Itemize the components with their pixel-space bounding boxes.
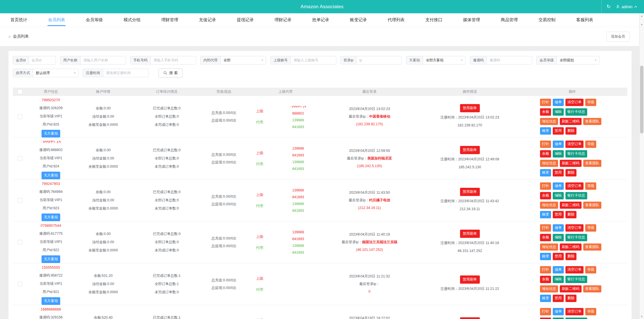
action-button-查看团队[interactable]: 查看团队 xyxy=(583,118,601,125)
action-button-禁用[interactable]: 禁用 xyxy=(553,127,564,135)
action-button-刷新二维码[interactable]: 刷新二维码 xyxy=(560,160,582,167)
add-member-button[interactable]: 添加会员 xyxy=(606,32,630,42)
action-button-禁用[interactable]: 禁用 xyxy=(553,169,564,176)
action-button-做单[interactable]: 做单 xyxy=(553,182,564,190)
action-button-余额[interactable]: 余额 xyxy=(540,318,551,319)
action-button-禁用[interactable]: 禁用 xyxy=(553,295,564,302)
手机号码-input[interactable] xyxy=(151,56,196,64)
nav-tab-7[interactable]: 提现记录 xyxy=(226,13,264,27)
会员id-input[interactable] xyxy=(29,56,56,64)
action-button-刷新二维码[interactable]: 刷新二维码 xyxy=(560,118,582,125)
action-button-打针[interactable]: 打针 xyxy=(540,224,551,232)
nav-tab-3[interactable]: 会员等级 xyxy=(75,13,113,27)
action-button-做单[interactable]: 做单 xyxy=(553,99,564,106)
action-button-删除[interactable]: 删除 xyxy=(565,253,576,260)
action-button-编辑[interactable]: 编辑 xyxy=(553,192,564,199)
action-button-等级[interactable]: 等级 xyxy=(585,266,596,273)
action-button-刷新二维码[interactable]: 刷新二维码 xyxy=(560,285,582,293)
action-button-编辑[interactable]: 编辑 xyxy=(553,318,564,319)
nav-tab-4[interactable]: 模式分组 xyxy=(113,13,151,27)
action-button-地址信息[interactable]: 地址信息 xyxy=(540,243,558,251)
nav-tab-10[interactable]: 账变记录 xyxy=(340,13,378,27)
user-menu[interactable]: admin xyxy=(616,5,637,9)
action-button-刷新二维码[interactable]: 刷新二维码 xyxy=(560,243,582,251)
action-button-编辑[interactable]: 编辑 xyxy=(553,234,564,241)
action-button-等级[interactable]: 等级 xyxy=(585,224,596,232)
action-button-银行卡信息[interactable]: 银行卡信息 xyxy=(565,108,587,116)
action-button-打针[interactable]: 打针 xyxy=(540,266,551,273)
action-button-刷新二维码[interactable]: 刷新二维码 xyxy=(560,202,582,209)
action-button-清空订单[interactable]: 清空订单 xyxy=(565,224,584,232)
scroll-down-icon[interactable]: ▼ xyxy=(639,22,644,27)
row-checkbox[interactable] xyxy=(18,156,22,161)
action-button-清空订单[interactable]: 清空订单 xyxy=(565,99,584,106)
邀请码-input[interactable] xyxy=(487,56,532,64)
row-checkbox[interactable] xyxy=(18,198,22,203)
action-button-打针[interactable]: 打针 xyxy=(540,99,551,106)
action-button-银行卡信息[interactable]: 银行卡信息 xyxy=(565,150,587,158)
row-checkbox[interactable] xyxy=(18,282,22,286)
用户名称-input[interactable] xyxy=(81,56,126,64)
nav-tab-12[interactable]: 支付接口 xyxy=(415,13,453,27)
排序方式-select[interactable]: 默认排序▼ xyxy=(33,69,78,77)
action-button-等级[interactable]: 等级 xyxy=(585,308,596,315)
nav-tab-15[interactable]: 交易控制 xyxy=(528,13,566,27)
action-button-编辑[interactable]: 编辑 xyxy=(553,108,564,116)
action-button-余额[interactable]: 余额 xyxy=(540,192,551,199)
action-button-删除[interactable]: 删除 xyxy=(565,295,576,302)
action-button-禁用[interactable]: 禁用 xyxy=(553,211,564,218)
scrollbar-thumb[interactable] xyxy=(640,66,643,133)
action-button-账变[interactable]: 账变 xyxy=(540,127,551,135)
nav-tab-5[interactable]: 理财管理 xyxy=(151,13,189,27)
action-button-清空订单[interactable]: 清空订单 xyxy=(565,266,584,273)
action-button-账变[interactable]: 账变 xyxy=(540,169,551,176)
scrollbar[interactable]: ▲ ▼ ▼ xyxy=(639,13,644,319)
nav-tab-16[interactable]: 客服列表 xyxy=(566,13,604,27)
action-button-打针[interactable]: 打针 xyxy=(540,182,551,190)
action-button-账变[interactable]: 账变 xyxy=(540,253,551,260)
select-all-checkbox[interactable] xyxy=(18,89,22,94)
action-button-银行卡信息[interactable]: 银行卡信息 xyxy=(565,276,587,283)
action-button-地址信息[interactable]: 地址信息 xyxy=(540,160,558,167)
action-button-银行卡信息[interactable]: 银行卡信息 xyxy=(565,318,587,319)
action-button-查看团队[interactable]: 查看团队 xyxy=(583,160,601,167)
action-button-编辑[interactable]: 编辑 xyxy=(553,276,564,283)
refresh-icon[interactable]: ↻ xyxy=(607,4,611,9)
注册时间-input[interactable] xyxy=(103,69,148,77)
action-button-清空订单[interactable]: 清空订单 xyxy=(565,182,584,190)
nav-tab-14[interactable]: 商品管理 xyxy=(491,13,528,27)
action-button-查看团队[interactable]: 查看团队 xyxy=(583,243,601,251)
action-button-查看团队[interactable]: 查看团队 xyxy=(583,202,601,209)
action-button-删除[interactable]: 删除 xyxy=(565,211,576,218)
action-button-查看团队[interactable]: 查看团队 xyxy=(583,285,601,293)
action-button-地址信息[interactable]: 地址信息 xyxy=(540,118,558,125)
方案组-select[interactable]: 全部方案组▼ xyxy=(423,56,465,64)
内部代理-select[interactable]: 全部▼ xyxy=(221,56,266,64)
action-button-删除[interactable]: 删除 xyxy=(565,169,576,176)
登录ip-input[interactable] xyxy=(356,56,402,64)
nav-tab-13[interactable]: 媒体管理 xyxy=(453,13,491,27)
nav-tab-9[interactable]: 抢单记录 xyxy=(302,13,340,27)
action-button-等级[interactable]: 等级 xyxy=(585,99,596,106)
action-button-做单[interactable]: 做单 xyxy=(553,308,564,315)
action-button-清空订单[interactable]: 清空订单 xyxy=(565,141,584,148)
action-button-打针[interactable]: 打针 xyxy=(540,141,551,148)
action-button-等级[interactable]: 等级 xyxy=(585,182,596,190)
action-button-余额[interactable]: 余额 xyxy=(540,234,551,241)
row-checkbox[interactable] xyxy=(18,114,22,119)
action-button-删除[interactable]: 删除 xyxy=(565,127,576,135)
action-button-清空订单[interactable]: 清空订单 xyxy=(565,308,584,315)
action-button-等级[interactable]: 等级 xyxy=(585,141,596,148)
action-button-地址信息[interactable]: 地址信息 xyxy=(540,285,558,293)
action-button-银行卡信息[interactable]: 银行卡信息 xyxy=(565,192,587,199)
scroll-up-icon[interactable]: ▲ xyxy=(639,14,644,18)
action-button-银行卡信息[interactable]: 银行卡信息 xyxy=(565,234,587,241)
会员等级-select[interactable]: 全部级别▼ xyxy=(557,56,599,64)
nav-tab-2[interactable]: 会员列表 xyxy=(38,13,76,27)
action-button-做单[interactable]: 做单 xyxy=(553,141,564,148)
search-button[interactable]: 搜 索 xyxy=(159,68,183,77)
nav-tab-8[interactable]: 理财记录 xyxy=(264,13,302,27)
action-button-做单[interactable]: 做单 xyxy=(553,266,564,273)
上级账号-input[interactable] xyxy=(291,56,336,64)
action-button-做单[interactable]: 做单 xyxy=(553,224,564,232)
